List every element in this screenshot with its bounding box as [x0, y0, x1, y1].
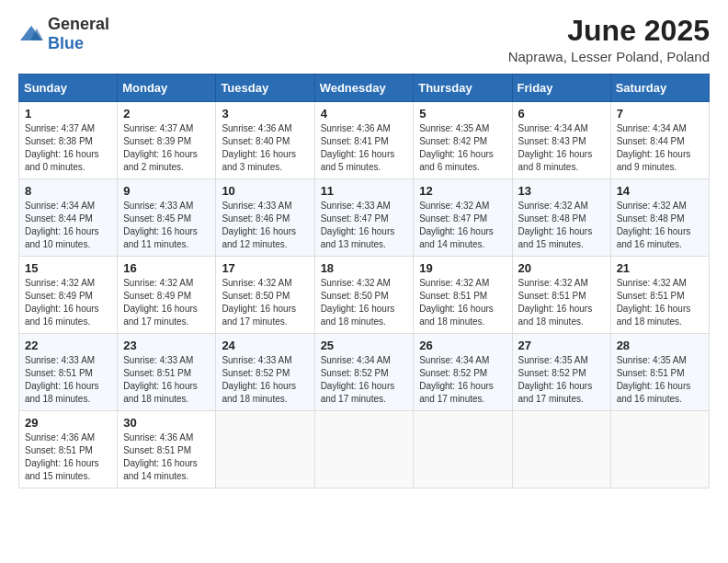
calendar-cell: 3 Sunrise: 4:36 AM Sunset: 8:40 PM Dayli…	[216, 102, 314, 179]
day-number: 16	[123, 261, 210, 275]
weekday-header-monday: Monday	[118, 75, 216, 102]
day-number: 22	[25, 339, 111, 352]
calendar-cell: 5 Sunrise: 4:35 AM Sunset: 8:42 PM Dayli…	[414, 102, 512, 179]
day-info: Sunrise: 4:32 AM Sunset: 8:50 PM Dayligh…	[321, 278, 395, 327]
day-number: 30	[123, 416, 210, 430]
calendar-cell: 10 Sunrise: 4:33 AM Sunset: 8:46 PM Dayl…	[216, 179, 314, 257]
calendar-cell: 8 Sunrise: 4:34 AM Sunset: 8:44 PM Dayli…	[19, 179, 118, 257]
logo-blue: Blue	[48, 34, 84, 52]
day-number: 29	[25, 416, 111, 430]
day-info: Sunrise: 4:33 AM Sunset: 8:46 PM Dayligh…	[222, 201, 296, 249]
month-title: June 2025	[508, 15, 710, 47]
day-number: 10	[222, 184, 308, 198]
logo: General Blue	[18, 15, 109, 53]
weekday-header-sunday: Sunday	[19, 75, 118, 102]
day-info: Sunrise: 4:36 AM Sunset: 8:51 PM Dayligh…	[123, 432, 198, 481]
calendar-cell: 7 Sunrise: 4:34 AM Sunset: 8:44 PM Dayli…	[610, 102, 709, 179]
day-info: Sunrise: 4:32 AM Sunset: 8:49 PM Dayligh…	[123, 278, 198, 327]
calendar-cell: 9 Sunrise: 4:33 AM Sunset: 8:45 PM Dayli…	[118, 179, 216, 257]
calendar-cell: 16 Sunrise: 4:32 AM Sunset: 8:49 PM Dayl…	[118, 257, 216, 334]
day-number: 9	[123, 184, 210, 198]
weekday-header-row: SundayMondayTuesdayWednesdayThursdayFrid…	[19, 75, 710, 102]
day-info: Sunrise: 4:34 AM Sunset: 8:43 PM Dayligh…	[518, 123, 593, 172]
day-info: Sunrise: 4:32 AM Sunset: 8:51 PM Dayligh…	[518, 278, 593, 327]
day-number: 5	[419, 107, 506, 121]
day-info: Sunrise: 4:33 AM Sunset: 8:52 PM Dayligh…	[222, 355, 296, 404]
logo-icon	[18, 24, 44, 44]
calendar-cell: 4 Sunrise: 4:36 AM Sunset: 8:41 PM Dayli…	[314, 102, 414, 179]
day-number: 15	[25, 261, 111, 275]
day-info: Sunrise: 4:32 AM Sunset: 8:50 PM Dayligh…	[222, 278, 296, 327]
day-info: Sunrise: 4:32 AM Sunset: 8:47 PM Dayligh…	[419, 201, 494, 249]
calendar-cell: 21 Sunrise: 4:32 AM Sunset: 8:51 PM Dayl…	[610, 257, 709, 334]
day-info: Sunrise: 4:32 AM Sunset: 8:48 PM Dayligh…	[518, 201, 593, 249]
calendar-cell: 29 Sunrise: 4:36 AM Sunset: 8:51 PM Dayl…	[19, 411, 118, 488]
calendar-cell	[414, 411, 512, 488]
calendar-cell: 6 Sunrise: 4:34 AM Sunset: 8:43 PM Dayli…	[512, 102, 610, 179]
calendar-cell	[314, 411, 414, 488]
day-info: Sunrise: 4:32 AM Sunset: 8:51 PM Dayligh…	[617, 278, 691, 327]
day-number: 28	[617, 339, 703, 352]
calendar-cell: 22 Sunrise: 4:33 AM Sunset: 8:51 PM Dayl…	[19, 334, 118, 411]
day-info: Sunrise: 4:32 AM Sunset: 8:49 PM Dayligh…	[25, 278, 99, 327]
day-info: Sunrise: 4:36 AM Sunset: 8:40 PM Dayligh…	[222, 123, 296, 172]
day-number: 7	[617, 107, 703, 121]
day-info: Sunrise: 4:37 AM Sunset: 8:38 PM Dayligh…	[25, 123, 99, 172]
day-info: Sunrise: 4:35 AM Sunset: 8:51 PM Dayligh…	[617, 355, 691, 404]
day-info: Sunrise: 4:36 AM Sunset: 8:41 PM Dayligh…	[321, 123, 395, 172]
calendar-cell: 27 Sunrise: 4:35 AM Sunset: 8:52 PM Dayl…	[512, 334, 610, 411]
weekday-header-thursday: Thursday	[414, 75, 512, 102]
day-number: 20	[518, 261, 605, 275]
day-info: Sunrise: 4:34 AM Sunset: 8:44 PM Dayligh…	[617, 123, 691, 172]
day-number: 13	[518, 184, 605, 198]
calendar-cell: 20 Sunrise: 4:32 AM Sunset: 8:51 PM Dayl…	[512, 257, 610, 334]
day-number: 2	[123, 107, 210, 121]
day-info: Sunrise: 4:37 AM Sunset: 8:39 PM Dayligh…	[123, 123, 198, 172]
day-number: 1	[25, 107, 111, 121]
calendar-cell: 30 Sunrise: 4:36 AM Sunset: 8:51 PM Dayl…	[118, 411, 216, 488]
day-info: Sunrise: 4:33 AM Sunset: 8:51 PM Dayligh…	[25, 355, 99, 404]
day-info: Sunrise: 4:33 AM Sunset: 8:51 PM Dayligh…	[123, 355, 198, 404]
weekday-header-friday: Friday	[512, 75, 610, 102]
header: General Blue June 2025 Naprawa, Lesser P…	[18, 15, 710, 64]
day-number: 6	[518, 107, 605, 121]
calendar-cell: 24 Sunrise: 4:33 AM Sunset: 8:52 PM Dayl…	[216, 334, 314, 411]
day-info: Sunrise: 4:34 AM Sunset: 8:52 PM Dayligh…	[419, 355, 494, 404]
day-number: 12	[419, 184, 506, 198]
calendar-cell: 15 Sunrise: 4:32 AM Sunset: 8:49 PM Dayl…	[19, 257, 118, 334]
day-number: 25	[321, 339, 408, 352]
day-number: 19	[419, 261, 506, 275]
day-info: Sunrise: 4:35 AM Sunset: 8:52 PM Dayligh…	[518, 355, 593, 404]
day-info: Sunrise: 4:32 AM Sunset: 8:51 PM Dayligh…	[419, 278, 494, 327]
day-info: Sunrise: 4:36 AM Sunset: 8:51 PM Dayligh…	[25, 432, 99, 481]
weekday-header-tuesday: Tuesday	[216, 75, 314, 102]
logo-text: General Blue	[48, 15, 109, 53]
week-row-5: 29 Sunrise: 4:36 AM Sunset: 8:51 PM Dayl…	[19, 411, 710, 488]
weekday-header-saturday: Saturday	[610, 75, 709, 102]
calendar-cell: 25 Sunrise: 4:34 AM Sunset: 8:52 PM Dayl…	[314, 334, 414, 411]
location-title: Naprawa, Lesser Poland, Poland	[508, 49, 710, 64]
day-number: 24	[222, 339, 308, 352]
calendar-cell: 14 Sunrise: 4:32 AM Sunset: 8:48 PM Dayl…	[610, 179, 709, 257]
title-area: June 2025 Naprawa, Lesser Poland, Poland	[508, 15, 710, 64]
day-info: Sunrise: 4:34 AM Sunset: 8:44 PM Dayligh…	[25, 201, 99, 249]
day-number: 8	[25, 184, 111, 198]
day-info: Sunrise: 4:34 AM Sunset: 8:52 PM Dayligh…	[321, 355, 395, 404]
calendar-cell: 2 Sunrise: 4:37 AM Sunset: 8:39 PM Dayli…	[118, 102, 216, 179]
day-number: 11	[321, 184, 408, 198]
day-info: Sunrise: 4:33 AM Sunset: 8:47 PM Dayligh…	[321, 201, 395, 249]
day-number: 23	[123, 339, 210, 352]
day-info: Sunrise: 4:33 AM Sunset: 8:45 PM Dayligh…	[123, 201, 198, 249]
calendar-cell: 1 Sunrise: 4:37 AM Sunset: 8:38 PM Dayli…	[19, 102, 118, 179]
day-number: 3	[222, 107, 308, 121]
day-number: 21	[617, 261, 703, 275]
calendar-cell: 11 Sunrise: 4:33 AM Sunset: 8:47 PM Dayl…	[314, 179, 414, 257]
day-info: Sunrise: 4:32 AM Sunset: 8:48 PM Dayligh…	[617, 201, 691, 249]
week-row-2: 8 Sunrise: 4:34 AM Sunset: 8:44 PM Dayli…	[19, 179, 710, 257]
calendar: SundayMondayTuesdayWednesdayThursdayFrid…	[18, 74, 710, 488]
day-number: 17	[222, 261, 308, 275]
weekday-header-wednesday: Wednesday	[314, 75, 414, 102]
day-info: Sunrise: 4:35 AM Sunset: 8:42 PM Dayligh…	[419, 123, 494, 172]
calendar-cell	[512, 411, 610, 488]
day-number: 27	[518, 339, 605, 352]
